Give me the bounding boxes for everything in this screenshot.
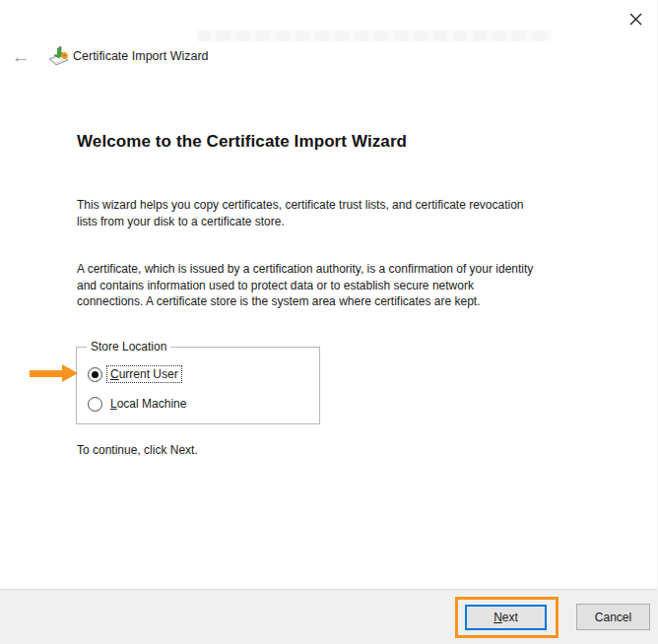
certificate-description-line3: connections. A certificate store is the … [77, 293, 533, 310]
radio-local-machine-label[interactable]: Local Machine [107, 396, 189, 412]
radio-current-user-label[interactable]: Current User [107, 366, 181, 382]
radio-current-user[interactable]: Current User [88, 366, 181, 382]
page-heading: Welcome to the Certificate Import Wizard [77, 132, 407, 152]
store-location-groupbox: Store Location Current User Local Machin… [76, 347, 320, 424]
certificate-import-icon [46, 44, 70, 68]
radio-current-user-circle[interactable] [88, 367, 102, 382]
next-button[interactable]: Next [465, 605, 547, 630]
back-arrow-icon[interactable]: ← [8, 45, 33, 69]
footer-bar [0, 589, 658, 644]
intro-paragraph: This wizard helps you copy certificates,… [77, 197, 524, 229]
close-button[interactable] [625, 9, 645, 29]
intro-paragraph-line1: This wizard helps you copy certificates,… [77, 197, 524, 214]
certificate-description-line2: and contains information used to protect… [77, 278, 533, 294]
annotation-arrow-icon [30, 364, 79, 383]
radio-local-machine[interactable]: Local Machine [88, 396, 189, 412]
close-icon [629, 13, 642, 26]
certificate-description-line1: A certificate, which is issued by a cert… [77, 261, 533, 278]
faded-titlebar-artifact [197, 31, 552, 41]
intro-paragraph-line2: lists from your disk to a certificate st… [77, 214, 524, 230]
certificate-description-paragraph: A certificate, which is issued by a cert… [77, 261, 533, 310]
wizard-title: Certificate Import Wizard [73, 49, 209, 63]
certificate-import-wizard-window: { "header": { "title": "Certificate Impo… [0, 0, 658, 644]
radio-local-machine-circle[interactable] [88, 397, 102, 412]
cancel-button[interactable]: Cancel [576, 604, 650, 630]
store-location-group-label: Store Location [87, 340, 170, 354]
continue-instruction: To continue, click Next. [77, 443, 198, 457]
